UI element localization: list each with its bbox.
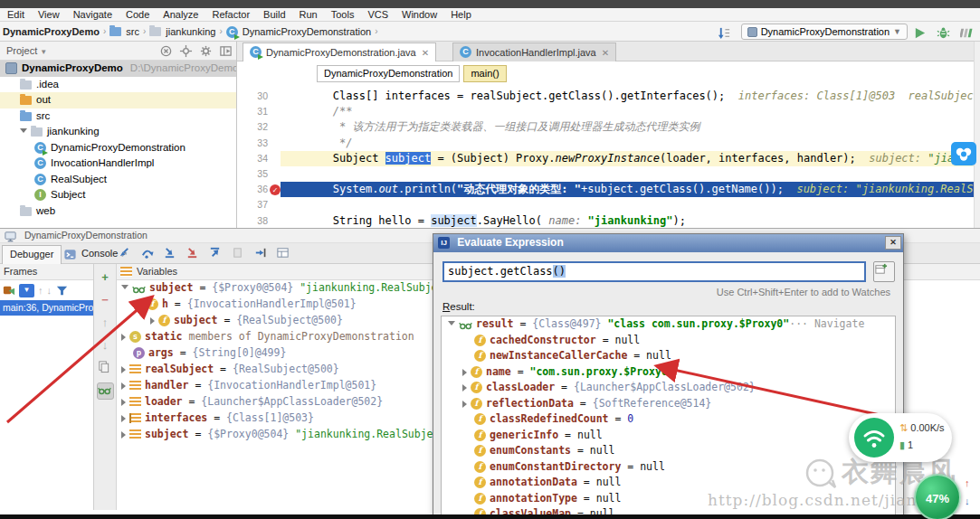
- duplicate-watch-icon[interactable]: [97, 360, 114, 377]
- frame-down-icon[interactable]: ↓: [47, 285, 52, 296]
- tree-row[interactable]: jiankunking: [0, 124, 236, 140]
- tree-row[interactable]: ISubject: [0, 187, 236, 203]
- line-number: 33: [237, 136, 268, 151]
- tree-row[interactable]: CInvocationHandlerImpl: [0, 156, 236, 172]
- menu-item-help[interactable]: Help: [451, 8, 471, 21]
- sort-icon[interactable]: [718, 26, 731, 40]
- expander-icon[interactable]: [462, 401, 467, 408]
- filter-funnel-icon[interactable]: [55, 284, 69, 297]
- project-panel-header[interactable]: Project ▼: [0, 42, 236, 61]
- expander-icon[interactable]: [121, 431, 126, 439]
- expander-icon[interactable]: [121, 399, 126, 406]
- menu-item-window[interactable]: Window: [402, 8, 437, 21]
- menu-item-edit[interactable]: Edit: [7, 8, 24, 21]
- menu-item-build[interactable]: Build: [263, 8, 285, 21]
- tree-row[interactable]: DynamicProxyDemoD:\DynamicProxyDemo: [0, 61, 236, 77]
- menu-item-tools[interactable]: Tools: [331, 8, 355, 21]
- scroll-down-icon[interactable]: ↓: [965, 495, 970, 506]
- editor-breadcrumb-0[interactable]: DynamicProxyDemonstration: [317, 65, 460, 82]
- cloud-overlay-icon[interactable]: [951, 142, 976, 165]
- menu-item-run[interactable]: Run: [300, 8, 318, 21]
- variable-name: handler: [145, 379, 188, 392]
- result-row[interactable]: result = {Class@497} "class com.sun.prox…: [442, 316, 895, 333]
- step-into-icon[interactable]: [163, 246, 177, 260]
- restore-layout-icon[interactable]: [276, 246, 290, 260]
- run-to-cursor-icon[interactable]: [253, 246, 268, 260]
- editor-tab-1[interactable]: CInvocationHandlerImpl.java✕: [452, 42, 616, 61]
- thread-dropdown[interactable]: ▼: [19, 284, 34, 297]
- add-to-watches-button[interactable]: [873, 261, 895, 282]
- expander-icon[interactable]: [448, 321, 455, 326]
- breadcrumb-item-1[interactable]: src: [109, 24, 139, 39]
- breadcrumb-item-3[interactable]: CDynamicProxyDemonstration: [226, 24, 371, 39]
- step-over-icon[interactable]: [140, 246, 155, 260]
- remove-watch-icon[interactable]: −: [97, 292, 114, 309]
- menu-item-refactor[interactable]: Refactor: [212, 8, 250, 21]
- move-watch-up-icon[interactable]: ↑: [97, 315, 114, 332]
- editor-breadcrumb-1[interactable]: main(): [463, 65, 506, 82]
- code-editor[interactable]: 30 Class[] interfaces = realSubject.getC…: [237, 89, 980, 228]
- expander-icon[interactable]: [136, 301, 143, 306]
- menu-item-vcs[interactable]: VCS: [367, 8, 388, 21]
- run-button[interactable]: [913, 26, 927, 40]
- drop-frame-icon[interactable]: [231, 246, 245, 260]
- result-row[interactable]: fclassRedefinedCount = 0: [442, 411, 895, 428]
- step-out-icon[interactable]: [208, 246, 223, 260]
- menu-item-code[interactable]: Code: [126, 8, 149, 21]
- evaluate-expression-icon[interactable]: [97, 382, 114, 400]
- expander-icon[interactable]: [121, 366, 126, 373]
- result-row[interactable]: freflectionData = {SoftReference@514}: [442, 396, 895, 412]
- breadcrumb-item-0[interactable]: DynamicProxyDemo: [3, 24, 100, 39]
- selected-stack-frame[interactable]: main:36, DynamicProx: [0, 300, 93, 316]
- breadcrumb-item-2[interactable]: jiankunking: [149, 24, 215, 39]
- debug-button[interactable]: [937, 26, 950, 40]
- field-icon: f: [474, 461, 486, 473]
- close-icon[interactable]: ✕: [422, 48, 429, 58]
- menu-item-analyze[interactable]: Analyze: [163, 8, 198, 21]
- close-icon[interactable]: ✕: [602, 48, 609, 58]
- result-row[interactable]: fgenericInfo = null: [442, 428, 895, 444]
- expander-icon[interactable]: [121, 285, 128, 289]
- dialog-titlebar[interactable]: IJ Evaluate Expression ✕: [433, 234, 903, 252]
- expander-icon[interactable]: [20, 128, 27, 133]
- tree-row[interactable]: .idea: [0, 77, 236, 93]
- expander-icon[interactable]: [462, 384, 467, 392]
- move-watch-down-icon[interactable]: ↓: [97, 337, 114, 354]
- menu-item-navigate[interactable]: Navigate: [73, 8, 112, 21]
- variable-name: subject: [145, 428, 188, 440]
- tree-row[interactable]: CRealSubject: [0, 172, 236, 188]
- result-row[interactable]: fclassLoader = {Launcher$AppClassLoader@…: [442, 380, 895, 396]
- tree-row[interactable]: src: [0, 109, 236, 125]
- result-row[interactable]: fnewInstanceCallerCache = null: [442, 348, 895, 364]
- result-row[interactable]: fname = "com.sun.proxy.$Proxy0": [442, 364, 895, 381]
- expander-icon[interactable]: [462, 369, 467, 376]
- scroll-up-icon[interactable]: ↑: [965, 477, 970, 488]
- add-watch-icon[interactable]: +: [97, 269, 114, 287]
- breakpoint-icon[interactable]: ✓: [270, 184, 281, 195]
- expander-icon[interactable]: [121, 415, 126, 422]
- expander-icon[interactable]: [121, 382, 126, 390]
- tree-row[interactable]: web: [0, 203, 236, 220]
- tree-row[interactable]: out: [0, 92, 236, 109]
- result-row[interactable]: fcachedConstructor = null: [442, 333, 895, 349]
- show-execution-point-icon[interactable]: [118, 246, 132, 260]
- coverage-button[interactable]: [960, 26, 974, 40]
- tab-debugger[interactable]: Debugger: [2, 245, 62, 264]
- expander-icon[interactable]: [121, 334, 126, 341]
- menu-item-view[interactable]: View: [38, 8, 60, 21]
- network-speed-widget: ⇅ 0.00K/s ▮ 1: [849, 413, 952, 462]
- code-text: /**: [281, 104, 980, 119]
- tree-row[interactable]: CDynamicProxyDemonstration: [0, 140, 236, 156]
- close-icon[interactable]: ✕: [885, 236, 901, 250]
- locate-icon[interactable]: [179, 44, 193, 58]
- close-tab-icon[interactable]: [159, 44, 173, 58]
- code-line-38: 38 String hello = subject.SayHello( name…: [237, 213, 980, 228]
- editor-tab-0[interactable]: CDynamicProxyDemonstration.java✕: [243, 42, 436, 61]
- gear-icon[interactable]: [199, 44, 213, 58]
- frame-up-icon[interactable]: ↑: [38, 285, 43, 296]
- expander-icon[interactable]: [150, 317, 155, 325]
- hide-panel-icon[interactable]: [219, 44, 233, 58]
- expression-input[interactable]: subject.getClass(): [442, 261, 866, 282]
- force-step-into-icon[interactable]: [186, 246, 200, 260]
- run-configuration-select[interactable]: DynamicProxyDemonstration ▼: [741, 24, 908, 40]
